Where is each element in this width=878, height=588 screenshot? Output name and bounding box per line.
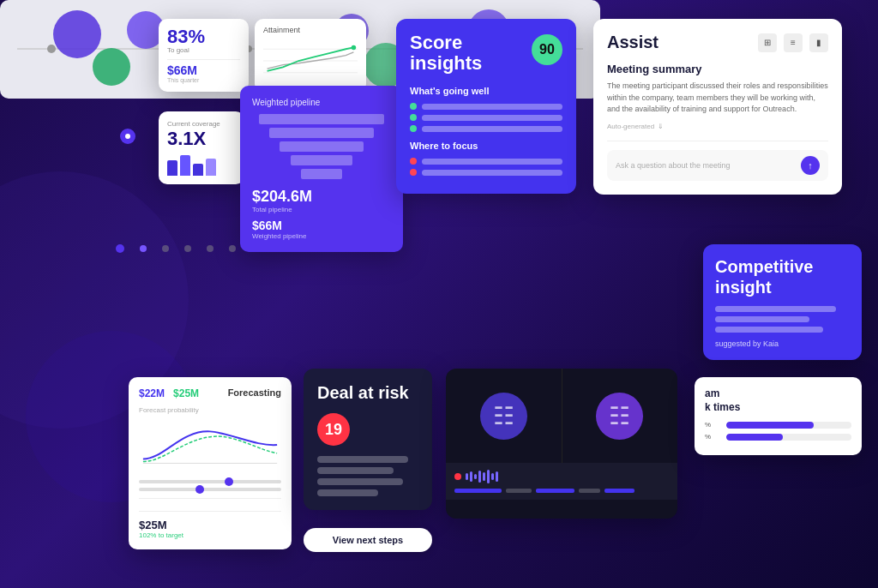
competitive-line-2: [715, 316, 809, 322]
score-focus-dot-1: [410, 158, 417, 165]
assist-icon-network[interactable]: ⊞: [758, 33, 777, 52]
deal-count-badge: 19: [317, 413, 350, 446]
assist-title: Assist: [607, 33, 658, 52]
peak-bar-row-2: %: [705, 433, 851, 441]
view-next-steps-label: View next steps: [333, 535, 403, 545]
assist-meeting-title: Meeting summary: [607, 63, 828, 75]
ctrl-bar-2: [506, 489, 532, 493]
forecast-slider-2[interactable]: [139, 488, 281, 491]
svg-point-5: [53, 10, 101, 58]
forecast-slider-1[interactable]: [139, 480, 281, 483]
assist-header: Assist ⊞ ≡ ▮: [607, 33, 828, 52]
cov-bar-3: [193, 164, 203, 176]
nav-dot-6[interactable]: [229, 245, 236, 252]
nav-dot[interactable]: [120, 129, 135, 144]
score-focus-title: Where to focus: [410, 141, 562, 151]
nav-dot-1[interactable]: [116, 244, 124, 253]
peak-pct-2: %: [705, 433, 722, 441]
competitive-suggested: suggested by Kaia: [715, 339, 850, 348]
score-focus-line-1: [422, 159, 562, 165]
attainment-chart: [263, 39, 358, 82]
pipeline-amount-label: Total pipeline: [252, 206, 391, 213]
assist-send-button[interactable]: ↑: [801, 156, 820, 175]
forecast-slider-area: [139, 480, 281, 491]
assist-icon-chart[interactable]: ▮: [809, 33, 828, 52]
deal-line-3: [317, 478, 403, 485]
video-top: ☷ ☷: [446, 369, 677, 463]
ctrl-bar-1: [454, 489, 502, 493]
score-focus-dot-2: [410, 169, 417, 176]
nav-dot-inner: [125, 134, 130, 139]
cov-bar-2: [180, 155, 190, 176]
forecast-prob-label: Forecast probability: [139, 406, 281, 414]
coverage-bars: [167, 155, 236, 176]
score-well-line-1: [422, 104, 562, 110]
cov-bar-1: [167, 160, 177, 176]
score-well-dot-1: [410, 103, 417, 110]
score-card: Score insights 90 What's going well Wher…: [396, 19, 576, 194]
assist-divider: [607, 141, 828, 141]
slider-thumb-1: [225, 477, 233, 486]
peak-bar-row-1: %: [705, 421, 851, 429]
assist-autogen-icon: ⇓: [658, 123, 664, 130]
assist-input-placeholder: Ask a question about the meeting: [616, 161, 731, 170]
pipeline-title: Weighted pipeline: [252, 98, 391, 107]
wave-bar-4: [478, 471, 481, 483]
competitive-title: Competitive insight: [715, 256, 850, 297]
assist-autogen: Auto-generated ⇓: [607, 123, 828, 130]
forecast-amount-1: $22M: [139, 387, 165, 399]
forecast-amounts: $22M $25M: [139, 387, 199, 399]
assist-icons: ⊞ ≡ ▮: [758, 33, 828, 52]
audio-wave: [466, 470, 498, 483]
competitive-line-3: [715, 327, 823, 333]
competitive-card: Competitive insight suggested by Kaia: [703, 244, 862, 360]
stats-percent: 83%: [167, 27, 240, 46]
wave-bar-3: [474, 474, 477, 479]
stats-amount: $66M: [167, 63, 240, 77]
score-well-dot-3: [410, 125, 417, 132]
svg-point-3: [352, 45, 357, 51]
pipeline-amount2-label: Weighted pipeline: [252, 232, 391, 240]
peak-bar-fill-2: [726, 434, 783, 441]
peak-title: amk times: [705, 387, 851, 414]
funnel-bar-1: [259, 114, 384, 124]
deal-line-4: [317, 489, 378, 496]
score-well-item-1: [410, 103, 562, 110]
nav-dot-2[interactable]: [140, 245, 147, 252]
deal-line-1: [317, 456, 408, 463]
assist-icon-list[interactable]: ≡: [784, 33, 803, 52]
slider-track-1: [139, 480, 281, 483]
score-focus: Where to focus: [410, 141, 562, 176]
avatar-right: ☷: [596, 393, 643, 440]
assist-body: The meeting participant discussed their …: [607, 81, 828, 116]
nav-dot-3[interactable]: [162, 245, 169, 252]
score-focus-item-2: [410, 169, 562, 176]
assist-input-area[interactable]: Ask a question about the meeting ↑: [607, 150, 828, 181]
deal-title: Deal at risk: [317, 382, 418, 403]
pipeline-amount: $204.6M: [252, 188, 391, 206]
forecast-chart-svg: [139, 421, 281, 468]
avatar-left-icon: ☷: [493, 402, 514, 430]
video-card: ☷ ☷: [446, 369, 677, 519]
rec-dot: [454, 473, 461, 480]
forecast-pct: 102% to target: [139, 531, 281, 539]
nav-dot-4[interactable]: [184, 245, 191, 252]
forecasting-card: $22M $25M Forecasting Forecast probabili…: [129, 377, 292, 549]
coverage-value: 3.1X: [167, 128, 236, 150]
attainment-title: Attainment: [263, 26, 358, 34]
view-next-steps-button[interactable]: View next steps: [304, 528, 432, 552]
ctrl-bar-5: [604, 489, 634, 493]
forecast-header: $22M $25M Forecasting: [139, 387, 281, 399]
forecast-title: Forecasting: [228, 387, 281, 399]
svg-point-19: [47, 45, 56, 53]
nav-dot-5[interactable]: [207, 245, 213, 252]
main-scene: 83% To goal $66M This quarter Attainment…: [0, 0, 878, 588]
funnel-bar-5: [301, 169, 343, 179]
wave-bar-7: [491, 473, 494, 480]
score-badge: 90: [532, 34, 562, 65]
assist-card: Assist ⊞ ≡ ▮ Meeting summary The meeting…: [593, 19, 842, 195]
pipeline-amount2: $66M: [252, 219, 391, 232]
slider-track-2: [139, 488, 281, 491]
forecast-total: $25M: [139, 511, 281, 531]
stats-amount-label: This quarter: [167, 77, 240, 83]
